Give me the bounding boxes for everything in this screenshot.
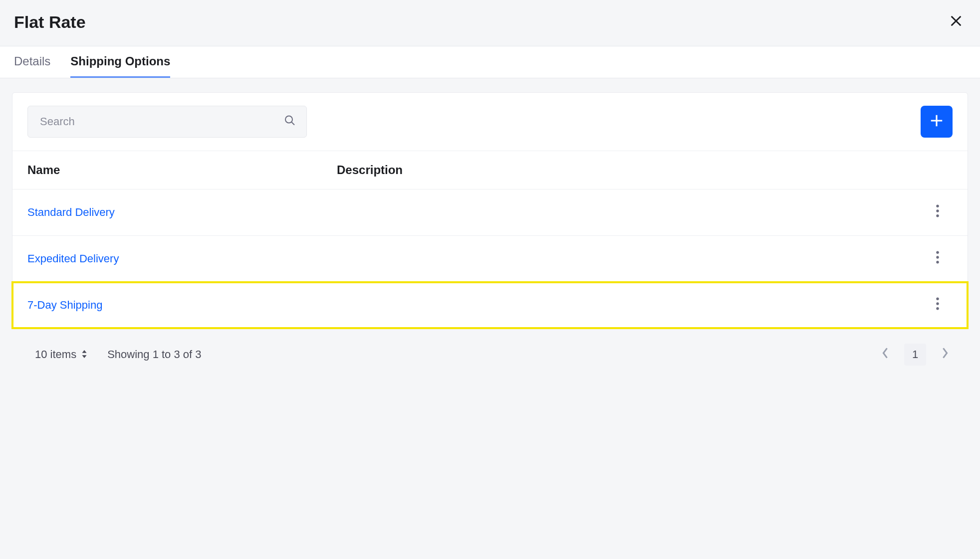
search-input[interactable] <box>27 106 307 138</box>
svg-point-2 <box>936 209 939 212</box>
column-header-description: Description <box>337 163 923 177</box>
sort-icon <box>81 348 87 361</box>
svg-point-5 <box>936 256 939 258</box>
search-icon <box>284 115 296 129</box>
row-name-link[interactable]: Expedited Delivery <box>27 252 119 265</box>
tab-details[interactable]: Details <box>14 46 50 78</box>
svg-point-9 <box>936 307 939 310</box>
row-actions-button[interactable] <box>923 204 953 220</box>
row-name-link[interactable]: Standard Delivery <box>27 206 115 218</box>
close-icon <box>949 14 963 30</box>
prev-page-button[interactable] <box>875 345 895 365</box>
showing-text: Showing 1 to 3 of 3 <box>107 348 201 361</box>
svg-point-7 <box>936 298 939 300</box>
kebab-icon <box>936 297 940 313</box>
close-button[interactable] <box>946 12 966 32</box>
page-size-selector[interactable]: 10 items <box>35 348 87 361</box>
column-header-name: Name <box>27 163 337 177</box>
table-row: Standard Delivery <box>12 189 968 236</box>
svg-point-1 <box>936 205 939 207</box>
kebab-icon <box>936 204 940 220</box>
tabs: Details Shipping Options <box>0 46 980 78</box>
kebab-icon <box>936 251 940 267</box>
table-header: Name Description <box>12 151 968 189</box>
page-title: Flat Rate <box>14 12 86 32</box>
table-row: 7-Day Shipping <box>12 282 968 328</box>
page-size-label: 10 items <box>35 348 76 361</box>
row-actions-button[interactable] <box>923 251 953 267</box>
svg-point-3 <box>936 214 939 217</box>
svg-point-8 <box>936 302 939 305</box>
next-page-button[interactable] <box>935 345 955 365</box>
shipping-options-panel: Name Description Standard DeliveryExpedi… <box>12 92 968 329</box>
plus-icon <box>929 113 944 131</box>
svg-point-0 <box>285 116 292 123</box>
chevron-left-icon <box>881 347 889 362</box>
svg-point-6 <box>936 261 939 263</box>
add-button[interactable] <box>921 106 953 138</box>
table-row: Expedited Delivery <box>12 236 968 282</box>
row-actions-button[interactable] <box>923 297 953 313</box>
page-number[interactable]: 1 <box>904 344 926 366</box>
row-name-link[interactable]: 7-Day Shipping <box>27 299 102 311</box>
chevron-right-icon <box>941 347 949 362</box>
svg-point-4 <box>936 251 939 254</box>
tab-shipping-options[interactable]: Shipping Options <box>70 46 170 78</box>
